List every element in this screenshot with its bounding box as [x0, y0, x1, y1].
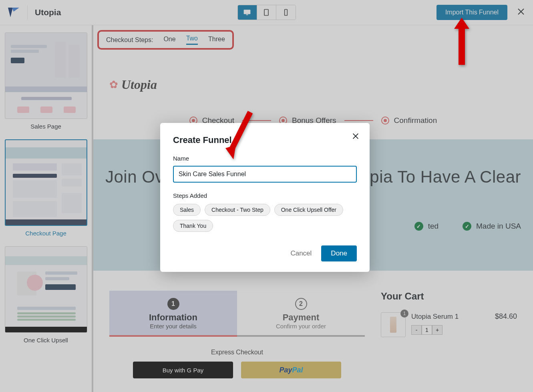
funnel-name-input[interactable]: [173, 166, 357, 183]
steps-chip-list: Sales Checkout - Two Step One Click Upse…: [173, 204, 357, 232]
cancel-button[interactable]: Cancel: [290, 249, 312, 257]
modal-title: Create Funnel: [173, 135, 357, 145]
step-chip: Sales: [173, 204, 201, 216]
step-chip: One Click Upsell Offer: [274, 204, 343, 216]
step-chip: Checkout - Two Step: [205, 204, 270, 216]
create-funnel-modal: Create Funnel Name Steps Added Sales Che…: [160, 123, 370, 272]
modal-close-icon[interactable]: [351, 132, 360, 142]
steps-added-label: Steps Added: [173, 192, 357, 199]
step-chip: Thank You: [173, 220, 213, 232]
done-button[interactable]: Done: [321, 245, 357, 261]
name-label: Name: [173, 155, 357, 162]
